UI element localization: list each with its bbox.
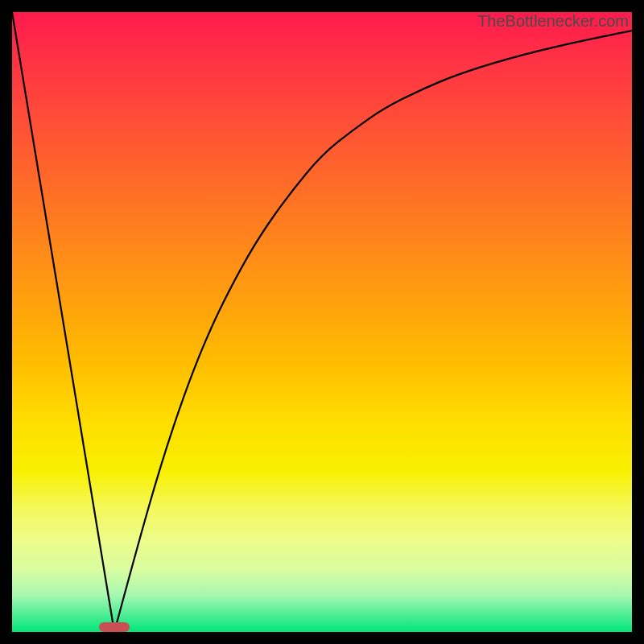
chart-lines xyxy=(12,12,632,632)
line-right-curve xyxy=(114,31,632,632)
plot-area: TheBottlenecker.com xyxy=(12,12,632,632)
line-left-slope xyxy=(12,12,114,632)
chart-frame: TheBottlenecker.com xyxy=(0,0,644,644)
optimal-marker xyxy=(99,622,130,632)
